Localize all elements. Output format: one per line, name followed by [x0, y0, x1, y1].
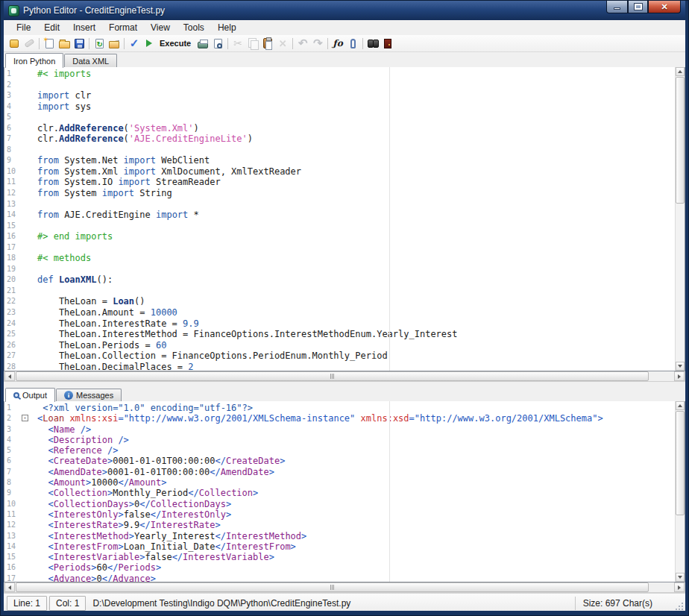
code-line[interactable]: 7 <AmendDate>0001-01-01T00:00:00</AmendD…	[4, 467, 685, 477]
code-line[interactable]: 4import sys	[4, 101, 685, 113]
code-line[interactable]: 14 <InterestFrom>Loan_Initial_Date</Inte…	[4, 541, 685, 552]
code-line[interactable]: 16 <Periods>60</Periods>	[4, 562, 685, 573]
code-line[interactable]: 17 <Advance>0</Advance>	[4, 573, 685, 582]
code-line[interactable]: 25 TheLoan.InterestMethod = FinanceOptio…	[4, 329, 685, 340]
code-line[interactable]: 21	[4, 286, 685, 297]
delete-button[interactable]: ✕	[275, 36, 290, 51]
open-file-button[interactable]	[57, 36, 72, 51]
scroll-track[interactable]	[15, 582, 674, 592]
menu-item-insert[interactable]: Insert	[66, 21, 102, 34]
code-line[interactable]: 16#> end imports	[4, 231, 685, 242]
execute-button[interactable]	[142, 36, 157, 51]
code-line[interactable]: 15	[4, 221, 685, 232]
menu-item-format[interactable]: Format	[102, 21, 144, 34]
code-line[interactable]: 26 TheLoan.Periods = 60	[4, 340, 685, 351]
code-line[interactable]: 28 TheLoan.DecimalPlaces = 2	[4, 362, 685, 371]
code-line[interactable]: 12 <InterestRate>9.9</InterestRate>	[4, 520, 685, 530]
scroll-thumb[interactable]	[676, 77, 685, 204]
refresh-document-button[interactable]: ↻	[92, 36, 107, 51]
menu-item-file[interactable]: File	[10, 21, 37, 34]
code-line[interactable]: 13 <InterestMethod>Yearly_Interest</Inte…	[4, 531, 685, 541]
redo-button[interactable]: ↷	[310, 36, 325, 51]
exit-button[interactable]	[380, 36, 395, 51]
execute-label[interactable]: Execute	[160, 39, 191, 48]
scroll-down-button[interactable]	[676, 362, 685, 371]
code-line[interactable]: 3 <Name />	[4, 424, 685, 435]
save-button[interactable]	[72, 36, 86, 51]
code-line[interactable]: 20def LoanXML():	[4, 274, 685, 286]
scroll-down-button[interactable]	[676, 573, 685, 582]
menu-item-edit[interactable]: Edit	[37, 21, 66, 34]
disconnect-button[interactable]	[22, 36, 37, 51]
close-button[interactable]: ✕	[648, 1, 681, 13]
function-button[interactable]: ƒo	[330, 36, 345, 51]
scroll-left-button[interactable]	[4, 582, 15, 592]
code-line[interactable]: 22 TheLoan = Loan()	[4, 296, 685, 307]
scroll-right-button[interactable]	[674, 582, 685, 592]
tab-messages[interactable]: i Messages	[56, 389, 122, 401]
tab-data-xml[interactable]: Data XML	[64, 54, 117, 67]
maximize-button[interactable]	[628, 1, 648, 13]
attach-button[interactable]	[345, 36, 360, 51]
code-line[interactable]: 9from System.Net import WebClient	[4, 155, 685, 166]
code-line[interactable]: 3import clr	[4, 90, 685, 101]
output-editor[interactable]: 1 <?xml version="1.0" encoding="utf-16"?…	[4, 400, 685, 582]
scroll-right-button[interactable]	[674, 371, 685, 381]
tab-output[interactable]: Output	[5, 388, 55, 402]
code-line[interactable]: 5	[4, 112, 685, 123]
scroll-track[interactable]	[15, 371, 674, 381]
code-line[interactable]: 6 <CreateDate>0001-01-01T00:00:00</Creat…	[4, 456, 685, 466]
menu-item-view[interactable]: View	[144, 21, 177, 34]
menu-item-tools[interactable]: Tools	[177, 21, 211, 34]
validate-button[interactable]: ✓	[127, 36, 142, 51]
code-line[interactable]: 2<Loan xmlns:xsi="http://www.w3.org/2001…	[4, 413, 685, 424]
minimize-button[interactable]	[606, 1, 628, 13]
menu-item-help[interactable]: Help	[211, 21, 243, 34]
code-line[interactable]: 1#< imports	[4, 69, 685, 80]
code-editor[interactable]: 1#< imports23import clr4import sys56clr.…	[4, 66, 685, 371]
app-icon[interactable]	[8, 5, 19, 16]
code-line[interactable]: 4 <Description />	[4, 435, 685, 445]
code-line[interactable]: 18#< methods	[4, 253, 685, 264]
scroll-thumb[interactable]	[16, 582, 649, 592]
title-bar[interactable]: Python Editor - CreditEngineTest.py ✕	[4, 1, 685, 20]
undo-button[interactable]: ↶	[295, 36, 310, 51]
fold-toggle[interactable]: -	[22, 415, 28, 421]
scroll-up-button[interactable]	[676, 401, 685, 410]
code-line[interactable]: 13	[4, 199, 685, 210]
code-line[interactable]: 10from System.Xml import XmlDocument, Xm…	[4, 166, 685, 177]
code-line[interactable]: 2	[4, 80, 685, 91]
document-properties-button[interactable]	[107, 36, 122, 51]
code-line[interactable]: 14from AJE.CreditEngine import *	[4, 210, 685, 221]
code-line[interactable]: 5 <Reference />	[4, 445, 685, 456]
scroll-thumb[interactable]	[676, 411, 685, 515]
code-line[interactable]: 11 <InterestOnly>false</InterestOnly>	[4, 509, 685, 520]
print-button[interactable]	[195, 36, 210, 51]
code-editor-vscrollbar[interactable]	[675, 67, 685, 371]
code-line[interactable]: 12from System import String	[4, 188, 685, 199]
code-line[interactable]: 7clr.AddReference('AJE.CreditEngineLite'…	[4, 133, 685, 145]
scroll-up-button[interactable]	[676, 67, 685, 76]
code-line[interactable]: 11from System.IO import StreamReader	[4, 177, 685, 188]
code-editor-hscrollbar[interactable]	[4, 371, 685, 382]
code-line[interactable]: 9 <Collection>Monthly_Period</Collection…	[4, 488, 685, 498]
code-line[interactable]: 1 <?xml version="1.0" encoding="utf-16"?…	[4, 403, 685, 413]
code-line[interactable]: 19	[4, 264, 685, 275]
resize-grip[interactable]	[674, 601, 683, 610]
code-line[interactable]: 6clr.AddReference('System.Xml')	[4, 123, 685, 134]
code-line[interactable]: 27 TheLoan.Collection = FinanceOptions.P…	[4, 351, 685, 362]
find-button[interactable]	[365, 36, 380, 51]
open-script-button[interactable]	[7, 36, 22, 51]
code-line[interactable]: 8	[4, 145, 685, 156]
code-line[interactable]: 15 <InterestVariable>false</InterestVari…	[4, 552, 685, 562]
code-line[interactable]: 24 TheLoan.InterestRate = 9.9	[4, 318, 685, 330]
scroll-thumb[interactable]	[16, 371, 649, 381]
output-editor-vscrollbar[interactable]	[675, 401, 685, 582]
tab-iron-python[interactable]: Iron Python	[5, 53, 63, 68]
output-editor-hscrollbar[interactable]	[4, 582, 685, 593]
print-preview-button[interactable]	[210, 36, 225, 51]
cut-button[interactable]: ✂	[230, 36, 245, 51]
code-line[interactable]: 23 TheLoan.Amount = 10000	[4, 307, 685, 318]
code-line[interactable]: 8 <Amount>10000</Amount>	[4, 477, 685, 488]
code-line[interactable]: 17	[4, 242, 685, 254]
